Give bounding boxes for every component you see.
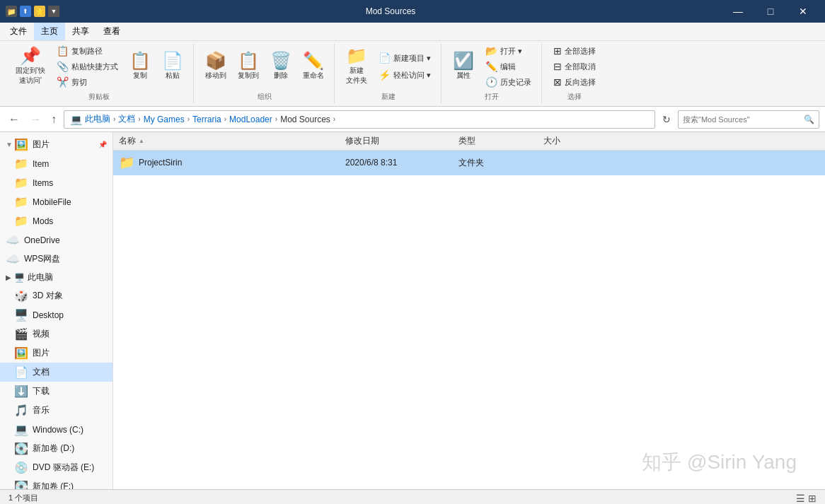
move-to-icon: 📦 [205, 52, 226, 69]
ribbon-group-clipboard: 📌 固定到'快速访问' 📋 复制路径 📎 粘贴快捷方式 ✂️ 剪切 📋 [6, 44, 194, 103]
open-button[interactable]: 📂 打开 ▾ [481, 44, 536, 58]
sidebar-item-windows-c[interactable]: 💻 Windows (C:) [0, 420, 112, 439]
paste-button[interactable]: 📄 粘贴 [158, 49, 188, 83]
open-label: 打开 [485, 89, 499, 103]
list-view-button[interactable]: ☰ [796, 493, 805, 504]
copy-path-icon: 📋 [57, 45, 69, 57]
sidebar-item-drive-f[interactable]: 💽 新加卷 (F:) [0, 477, 112, 489]
sidebar-item-mobilefile[interactable]: 📁 MobileFile [0, 192, 112, 211]
sidebar-item-drive-d[interactable]: 💽 新加卷 (D:) [0, 439, 112, 458]
this-pc-icon: 🖥️ [14, 273, 25, 283]
desktop-icon: 🖥️ [14, 308, 28, 322]
col-header-type[interactable]: 类型 [453, 132, 538, 150]
grid-view-button[interactable]: ⊞ [808, 493, 817, 504]
cut-button[interactable]: ✂️ 剪切 [52, 75, 122, 89]
clipboard-label: 剪贴板 [88, 89, 110, 103]
sidebar-item-pictures[interactable]: 🖼️ 图片 [0, 344, 112, 363]
sidebar-header-this-pc[interactable]: ▶ 🖥️ 此电脑 [0, 269, 112, 286]
close-button[interactable]: ✕ [787, 0, 819, 23]
sidebar-item-video[interactable]: 🎬 视频 [0, 324, 112, 344]
sidebar-item-pictures-quick[interactable]: ▼ 🖼️ 图片 📌 [0, 135, 112, 154]
up-button[interactable]: ↑ [48, 112, 59, 127]
breadcrumb-icon: 💻 [70, 114, 82, 125]
search-input[interactable] [683, 115, 804, 124]
new-item-button[interactable]: 📄 新建项目 ▾ [374, 51, 435, 65]
history-button[interactable]: 🕐 历史记录 [481, 75, 536, 89]
select-label: 选择 [567, 89, 582, 103]
refresh-button[interactable]: ↻ [659, 112, 674, 127]
status-view-buttons: ☰ ⊞ [796, 493, 817, 504]
pin-button[interactable]: 📌 固定到'快速访问' [11, 45, 50, 88]
delete-button[interactable]: 🗑️ 删除 [266, 49, 296, 83]
col-header-size[interactable]: 大小 [538, 132, 608, 150]
select-all-button[interactable]: ⊞ 全部选择 [549, 44, 600, 58]
new-item-icon: 📄 [379, 52, 391, 64]
menu-share[interactable]: 共享 [65, 23, 96, 40]
file-row-project-sirin[interactable]: 📁 ProjectSirin 2020/6/8 8:31 文件夹 [113, 151, 825, 175]
edit-button[interactable]: ✏️ 编辑 [481, 59, 536, 74]
paste-shortcut-button[interactable]: 📎 粘贴快捷方式 [52, 59, 122, 74]
sidebar-item-dvd-e[interactable]: 💿 DVD 驱动器 (E:) [0, 458, 112, 477]
sidebar-item-3d[interactable]: 🎲 3D 对象 [0, 286, 112, 305]
ribbon-group-open: ☑️ 属性 📂 打开 ▾ ✏️ 编辑 🕐 历史记录 打开 [443, 44, 542, 103]
properties-button[interactable]: ☑️ 属性 [449, 49, 478, 83]
breadcrumb-this-pc[interactable]: 此电脑 [85, 113, 110, 125]
sidebar-item-wps[interactable]: ☁️ WPS网盘 [0, 250, 112, 269]
new-folder-button[interactable]: 📁 新建文件夹 [342, 45, 371, 88]
edit-icon: ✏️ [485, 61, 497, 72]
cut-icon: ✂️ [57, 76, 69, 88]
sidebar-item-onedrive[interactable]: ☁️ OneDrive [0, 230, 112, 250]
sidebar-item-music[interactable]: 🎵 音乐 [0, 401, 112, 420]
easy-access-button[interactable]: ⚡ 轻松访问 ▾ [374, 68, 435, 82]
breadcrumb-documents[interactable]: 文档 [118, 113, 135, 125]
maximize-button[interactable]: □ [754, 0, 787, 23]
col-header-name[interactable]: 名称 ▲ [113, 132, 340, 150]
app-icon-4: ▼ [48, 6, 59, 17]
rename-button[interactable]: ✏️ 重命名 [299, 49, 328, 83]
menu-view[interactable]: 查看 [96, 23, 127, 40]
delete-icon: 🗑️ [270, 52, 292, 69]
properties-icon: ☑️ [453, 52, 474, 69]
deselect-all-button[interactable]: ⊟ 全部取消 [549, 59, 600, 74]
invert-selection-button[interactable]: ⊠ 反向选择 [549, 75, 600, 89]
col-header-date[interactable]: 修改日期 [340, 132, 453, 150]
organize-label: 组织 [258, 89, 272, 103]
deselect-all-icon: ⊟ [553, 61, 562, 72]
rename-icon: ✏️ [303, 52, 324, 69]
video-icon: 🎬 [14, 327, 28, 341]
sidebar: ▼ 🖼️ 图片 📌 📁 Item 📁 Items 📁 MobileFile 📁 … [0, 132, 113, 489]
3d-icon: 🎲 [14, 289, 28, 303]
move-to-button[interactable]: 📦 移动到 [201, 49, 231, 83]
items-folder-icon: 📁 [14, 176, 28, 189]
sidebar-item-downloads[interactable]: ⬇️ 下载 [0, 382, 112, 401]
ribbon-group-organize: 📦 移动到 📋 复制到 🗑️ 删除 ✏️ 重命名 组织 [195, 44, 335, 103]
copy-to-button[interactable]: 📋 复制到 [233, 49, 263, 83]
ribbon: 📌 固定到'快速访问' 📋 复制路径 📎 粘贴快捷方式 ✂️ 剪切 📋 [0, 41, 825, 107]
sidebar-item-desktop[interactable]: 🖥️ Desktop [0, 305, 112, 324]
mobilefile-folder-icon: 📁 [14, 195, 28, 209]
breadcrumb-terraria[interactable]: Terraria [192, 115, 221, 124]
copy-to-icon: 📋 [238, 52, 259, 69]
forward-button[interactable]: → [27, 112, 44, 127]
breadcrumb-modloader[interactable]: ModLoader [229, 115, 272, 124]
back-button[interactable]: ← [6, 112, 23, 127]
easy-access-icon: ⚡ [379, 69, 391, 81]
ribbon-buttons-clipboard: 📌 固定到'快速访问' 📋 复制路径 📎 粘贴快捷方式 ✂️ 剪切 📋 [11, 44, 188, 89]
minimize-button[interactable]: — [722, 0, 754, 23]
drive-f-icon: 💽 [14, 480, 28, 489]
breadcrumb[interactable]: 💻 此电脑 › 文档 › My Games › Terraria › ModLo… [64, 110, 655, 129]
menu-home[interactable]: 主页 [34, 23, 65, 40]
breadcrumb-my-games[interactable]: My Games [144, 115, 185, 124]
sidebar-item-mods[interactable]: 📁 Mods [0, 211, 112, 230]
copy-button[interactable]: 📋 复制 [125, 49, 155, 83]
sidebar-item-documents[interactable]: 📄 文档 [0, 363, 112, 382]
copy-path-button[interactable]: 📋 复制路径 [52, 44, 122, 58]
item-folder-icon: 📁 [14, 157, 28, 170]
sidebar-item-item[interactable]: 📁 Item [0, 154, 112, 173]
documents-icon: 📄 [14, 365, 28, 379]
ribbon-group-new: 📁 新建文件夹 📄 新建项目 ▾ ⚡ 轻松访问 ▾ 新建 [336, 44, 442, 103]
item-count: 1 个项目 [8, 493, 38, 503]
sidebar-item-items[interactable]: 📁 Items [0, 173, 112, 192]
menu-file[interactable]: 文件 [3, 23, 34, 40]
search-icon[interactable]: 🔍 [804, 115, 814, 124]
